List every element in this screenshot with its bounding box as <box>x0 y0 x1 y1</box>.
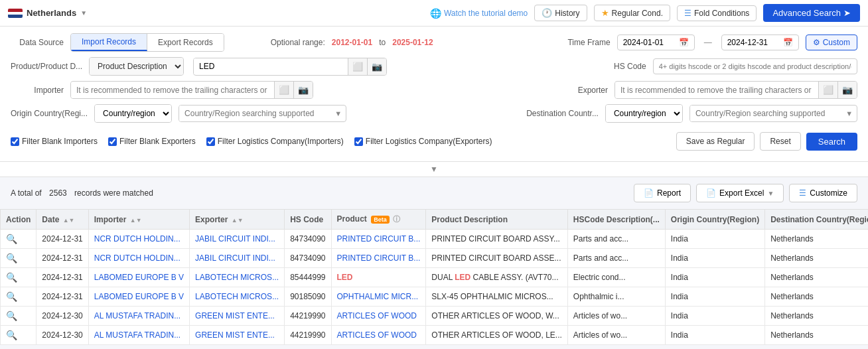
exporter-link[interactable]: GREEN MIST ENTE... <box>195 311 275 320</box>
origin-type-dropdown[interactable]: Country/region <box>95 105 171 122</box>
custom-button[interactable]: ⚙ Custom <box>806 35 857 50</box>
exporter-link[interactable]: JABIL CIRCUIT INDI... <box>195 253 275 263</box>
export-excel-button[interactable]: 📄 Export Excel ▼ <box>696 184 784 202</box>
export-records-tab[interactable]: Export Records <box>147 34 224 51</box>
cell-hs-code: 44219990 <box>285 326 331 345</box>
product-link[interactable]: OPHTHALMIC MICR... <box>337 292 419 301</box>
calendar-to-icon[interactable]: 📅 <box>783 38 793 47</box>
exporter-expand-icon[interactable]: ⬜ <box>818 82 837 98</box>
exporter-scan-icon[interactable]: 📷 <box>837 82 857 98</box>
search-action-icon[interactable]: 🔍 <box>6 272 17 283</box>
tutorial-link[interactable]: 🌐 Watch the tutorial demo <box>430 8 528 19</box>
search-panel: Data Source Import Records Export Record… <box>0 27 868 162</box>
dest-type-select[interactable]: Country/region <box>605 104 683 123</box>
product-expand-icon[interactable]: ⬜ <box>348 58 367 75</box>
exporter-input[interactable] <box>615 82 818 98</box>
time-to-input[interactable]: 📅 <box>721 35 799 50</box>
regular-cond-button[interactable]: ★ Regular Cond. <box>594 5 670 21</box>
col-date[interactable]: Date ▲▼ <box>36 210 88 230</box>
calendar-from-icon[interactable]: 📅 <box>679 38 689 47</box>
importer-link[interactable]: NCR DUTCH HOLDIN... <box>94 253 181 263</box>
row-origin: Origin Country(Regi... Country/region ▼ … <box>11 104 857 123</box>
origin-input[interactable] <box>179 105 330 121</box>
filter-logistics-importers-checkbox[interactable] <box>206 137 215 146</box>
importer-link[interactable]: NCR DUTCH HOLDIN... <box>94 234 181 244</box>
beta-badge: Beta <box>371 216 390 224</box>
col-exporter[interactable]: Exporter ▲▼ <box>190 210 285 230</box>
col-importer[interactable]: Importer ▲▼ <box>88 210 189 230</box>
country-selector[interactable]: Netherlands ▼ <box>8 8 87 18</box>
filter-logistics-exporters[interactable]: Filter Logistics Company(Exporters) <box>354 137 492 146</box>
product-link[interactable]: LED <box>337 273 353 282</box>
product-link[interactable]: PRINTED CIRCUIT B... <box>337 253 421 263</box>
hs-code-input[interactable] <box>653 58 857 74</box>
product-link[interactable]: ARTICLES OF WOOD <box>337 311 417 320</box>
filter-blank-exporters[interactable]: Filter Blank Exporters <box>108 137 196 146</box>
origin-dropdown-icon[interactable]: ▼ <box>330 106 346 121</box>
search-action-icon[interactable]: 🔍 <box>6 234 17 244</box>
origin-search-input[interactable]: ▼ <box>179 105 346 122</box>
country-dropdown-arrow[interactable]: ▼ <box>80 9 87 17</box>
importer-link[interactable]: AL MUSTAFA TRADIN... <box>94 311 181 320</box>
product-link[interactable]: PRINTED CIRCUIT B... <box>337 234 421 244</box>
importer-link[interactable]: LABOMED EUROPE B V <box>94 273 184 282</box>
product-type-dropdown[interactable]: Product Description HS Code <box>90 58 183 75</box>
importer-scan-icon[interactable]: 📷 <box>293 82 313 98</box>
product-link[interactable]: ARTICLES OF WOOD <box>337 330 417 340</box>
export-dropdown-icon[interactable]: ▼ <box>767 190 774 197</box>
customize-button[interactable]: ☰ Customize <box>789 184 857 202</box>
filter-blank-exporters-checkbox[interactable] <box>108 137 117 146</box>
filter-blank-importers[interactable]: Filter Blank Importers <box>11 137 98 146</box>
cell-importer: NCR DUTCH HOLDIN... <box>88 230 189 249</box>
date-sort-icon[interactable]: ▲▼ <box>63 217 75 224</box>
origin-type-select[interactable]: Country/region <box>94 104 172 123</box>
search-action-icon[interactable]: 🔍 <box>6 330 17 340</box>
product-scan-icon[interactable]: 📷 <box>367 58 386 75</box>
filter-blank-importers-checkbox[interactable] <box>11 137 19 146</box>
importer-link[interactable]: LABOMED EUROPE B V <box>94 292 184 301</box>
importer-sort-icon[interactable]: ▲▼ <box>130 217 142 224</box>
exporter-sort-icon[interactable]: ▲▼ <box>232 217 244 224</box>
collapse-bar[interactable]: ▼ <box>0 162 868 177</box>
search-action-icon[interactable]: 🔍 <box>6 291 17 302</box>
cell-hscode-desc: Parts and acc... <box>567 249 665 268</box>
cell-hscode-desc: Articles of wo... <box>567 326 665 345</box>
importer-expand-icon[interactable]: ⬜ <box>274 82 293 98</box>
search-button[interactable]: Search <box>806 133 857 151</box>
origin-label: Origin Country(Regi... <box>11 109 88 118</box>
search-action-icon[interactable]: 🔍 <box>6 311 17 321</box>
dest-dropdown-icon[interactable]: ▼ <box>841 106 857 121</box>
exporter-link[interactable]: GREEN MIST ENTE... <box>195 330 275 340</box>
time-from-input[interactable]: 📅 <box>617 35 695 50</box>
time-from-field[interactable] <box>623 38 676 47</box>
report-button[interactable]: 📄 Report <box>634 184 691 202</box>
cell-dest: Netherlands <box>765 287 868 307</box>
cell-product: ARTICLES OF WOOD <box>331 307 426 326</box>
exporter-link[interactable]: LABOTECH MICROS... <box>195 273 279 282</box>
import-records-tab[interactable]: Import Records <box>71 34 147 51</box>
cell-importer: NCR DUTCH HOLDIN... <box>88 249 189 268</box>
row-importer: Importer ⬜ 📷 Exporter ⬜ 📷 <box>11 81 857 99</box>
cell-origin: India <box>665 326 764 345</box>
reset-button[interactable]: Reset <box>760 132 800 151</box>
history-button[interactable]: 🕐 History <box>534 5 587 21</box>
dest-type-dropdown[interactable]: Country/region <box>606 105 682 122</box>
product-input[interactable] <box>194 58 348 74</box>
product-type-select[interactable]: Product Description HS Code <box>89 57 184 76</box>
cell-action: 🔍 <box>1 326 36 345</box>
filter-logistics-importers[interactable]: Filter Logistics Company(Importers) <box>206 137 344 146</box>
importer-link[interactable]: AL MUSTAFA TRADIN... <box>94 330 181 340</box>
dest-input[interactable] <box>690 105 841 121</box>
cell-hscode-desc: Parts and acc... <box>567 230 665 249</box>
exporter-link[interactable]: JABIL CIRCUIT INDI... <box>195 234 275 244</box>
product-info-icon[interactable]: ⓘ <box>393 215 400 223</box>
search-action-icon[interactable]: 🔍 <box>6 253 17 263</box>
time-to-field[interactable] <box>727 38 780 47</box>
dest-search-input[interactable]: ▼ <box>689 105 857 122</box>
advanced-search-button[interactable]: Advanced Search ➤ <box>763 4 860 22</box>
filter-logistics-exporters-checkbox[interactable] <box>354 137 363 146</box>
importer-input[interactable] <box>71 82 274 98</box>
exporter-link[interactable]: LABOTECH MICROS... <box>195 292 279 301</box>
fold-conditions-button[interactable]: ☰ Fold Conditions <box>677 5 757 21</box>
save-regular-button[interactable]: Save as Regular <box>676 132 755 151</box>
